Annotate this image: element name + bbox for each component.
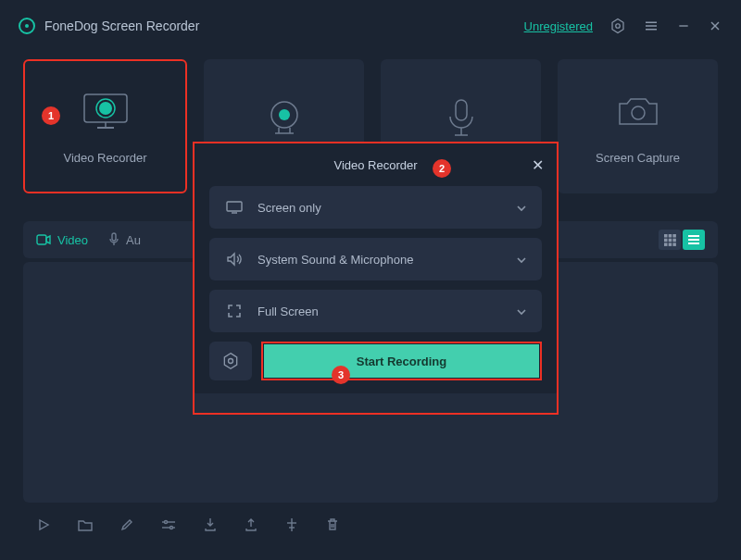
option-label: System Sound & Microphone [257,253,413,267]
tab-label: Au [126,233,141,247]
fullscreen-icon [224,304,245,318]
unregistered-link[interactable]: Unregistered [524,19,593,33]
bottom-toolbar [0,503,741,551]
svg-point-43 [229,359,233,364]
start-recording-button[interactable]: Start Recording [264,344,539,378]
grid-view-button[interactable] [659,230,681,250]
svg-rect-25 [664,238,668,242]
microphone-icon [443,95,480,142]
svg-point-11 [99,102,112,115]
svg-rect-15 [456,100,467,120]
video-recorder-dialog: Video Recorder ✕ Screen only System Soun… [195,143,557,393]
list-view-button[interactable] [683,230,705,250]
svg-rect-27 [672,238,676,242]
trash-icon[interactable] [326,517,339,536]
minimize-icon[interactable] [676,19,691,33]
tab-label: Video [57,233,88,247]
area-mode-dropdown[interactable]: Full Screen [209,290,542,332]
dialog-close-icon[interactable]: ✕ [532,156,544,174]
svg-rect-40 [227,202,242,211]
svg-marker-42 [224,354,236,369]
svg-point-1 [616,24,621,29]
share-icon[interactable] [245,517,257,536]
menu-icon[interactable] [643,18,659,34]
svg-rect-28 [664,243,668,246]
mode-screen-capture[interactable]: Screen Capture [558,59,718,193]
app-logo-icon [19,18,35,34]
titlebar: FoneDog Screen Recorder Unregistered [0,0,741,52]
annotation-frame-start: Start Recording [261,342,542,380]
annotation-badge-1: 1 [42,106,60,125]
chevron-down-icon [516,251,527,268]
svg-rect-29 [668,243,672,246]
camera-icon [614,88,662,134]
sliders-icon[interactable] [161,518,176,535]
tab-video[interactable]: Video [36,233,88,247]
app-title: FoneDog Screen Recorder [44,19,199,33]
svg-point-36 [165,521,168,524]
svg-rect-20 [112,233,116,241]
svg-rect-30 [672,243,676,246]
edit-icon[interactable] [120,518,133,535]
speaker-icon [224,252,245,267]
download-icon[interactable] [204,517,217,536]
close-icon[interactable] [708,19,722,33]
annotation-badge-3: 3 [332,366,350,384]
folder-icon[interactable] [78,518,93,535]
svg-point-37 [170,527,173,529]
annotation-badge-2: 2 [433,159,451,178]
tab-audio[interactable]: Au [108,232,141,247]
play-icon[interactable] [37,518,50,535]
chevron-down-icon [516,199,527,216]
dialog-title: Video Recorder [333,158,417,172]
svg-rect-23 [668,234,672,238]
svg-rect-26 [668,238,672,242]
settings-gear-icon[interactable] [609,18,626,34]
monitor-icon [224,201,245,214]
option-label: Screen only [257,201,321,215]
view-toggle [659,230,705,250]
recorder-settings-button[interactable] [209,342,252,380]
monitor-icon [77,88,134,134]
svg-point-18 [632,106,645,119]
mode-video-recorder[interactable]: Video Recorder [23,59,187,193]
svg-rect-22 [664,234,668,238]
webcam-icon [262,95,307,142]
svg-marker-0 [612,19,623,33]
chevron-down-icon [516,303,527,319]
svg-point-14 [279,109,290,120]
audio-mode-dropdown[interactable]: System Sound & Microphone [209,238,542,280]
option-label: Full Screen [257,305,319,318]
pin-icon[interactable] [285,517,298,536]
mode-label: Video Recorder [63,151,146,165]
svg-rect-24 [672,234,676,238]
svg-rect-19 [37,235,46,244]
screen-mode-dropdown[interactable]: Screen only [209,186,542,229]
mode-label: Screen Capture [596,151,680,165]
